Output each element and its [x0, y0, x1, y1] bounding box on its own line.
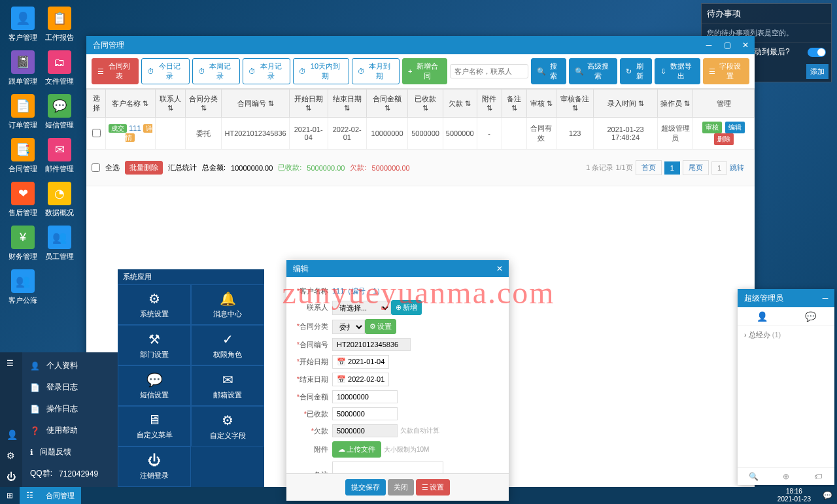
type-select[interactable]: 委托 — [332, 320, 365, 334]
type-settings-button[interactable]: ⚙设置 — [365, 319, 396, 334]
search-icon[interactable]: 🔍 — [738, 468, 770, 485]
amount-input[interactable] — [332, 390, 398, 403]
tag-icon[interactable]: 🏷 — [802, 468, 834, 485]
search-input[interactable] — [450, 64, 528, 78]
modal-settings-button[interactable]: ☰ 设置 — [416, 479, 450, 496]
refresh-button[interactable]: ↻ 刷新 — [620, 58, 652, 84]
desktop-icon-数据概况[interactable]: ◔数据概况 — [43, 182, 76, 218]
start-button[interactable]: ⊞ — [0, 487, 20, 504]
maximize-button[interactable]: ▢ — [718, 36, 736, 54]
tab-chat-icon[interactable]: 💬 — [786, 307, 834, 326]
close-button[interactable]: ✕ — [736, 36, 755, 54]
taskbar-app[interactable]: 合同管理 — [39, 487, 81, 504]
page-1[interactable]: 1 — [664, 161, 680, 175]
dept-item[interactable]: › 总经办 (1) — [738, 326, 834, 344]
tile-自定义菜单[interactable]: 🖥自定义菜单 — [118, 406, 191, 446]
col-header[interactable]: 操作员 ⇅ — [658, 90, 693, 118]
customer-value[interactable]: 111（编号：1） — [332, 286, 384, 296]
page-jump[interactable]: 跳转 — [730, 163, 744, 173]
tab-ten-days[interactable]: ⏱ 10天内到期 — [293, 58, 349, 84]
tab-contract-list[interactable]: ☰ 合同列表 — [92, 58, 139, 84]
taskbar-icon[interactable]: ☷ — [20, 487, 39, 504]
start-date-input[interactable]: 2021-01-04 — [348, 358, 384, 365]
desktop-icon-邮件管理[interactable]: ✉邮件管理 — [43, 138, 76, 174]
contract-no-input[interactable] — [332, 338, 411, 351]
col-header[interactable]: 管理 — [693, 90, 755, 118]
startmenu-item[interactable]: 👤个人资料 — [22, 355, 118, 377]
modal-close-icon[interactable]: ✕ — [490, 260, 509, 278]
paid-input[interactable] — [332, 407, 398, 420]
tab-today[interactable]: ⏱ 今日记录 — [141, 58, 189, 84]
tab-month-expire[interactable]: ⏱ 本月到期 — [352, 58, 400, 84]
tile-部门设置[interactable]: ⚒部门设置 — [118, 325, 191, 365]
col-header[interactable]: 选择 — [87, 90, 106, 118]
tab-users-icon[interactable]: 👤 — [738, 307, 786, 326]
contact-select[interactable]: 请选择... — [332, 301, 391, 315]
tile-自定义字段[interactable]: ⚙自定义字段 — [191, 406, 264, 446]
menu-icon[interactable]: ☰ — [0, 352, 22, 375]
tab-week[interactable]: ⏱ 本周记录 — [192, 58, 240, 84]
col-header[interactable]: 欠款 ⇅ — [443, 90, 477, 118]
desktop-icon-客户公海[interactable]: 👥客户公海 — [7, 269, 39, 305]
edit-button[interactable]: 编辑 — [725, 122, 745, 133]
tile-权限角色[interactable]: ✓权限角色 — [191, 325, 264, 365]
add-contract-button[interactable]: + 新增合同 — [402, 58, 447, 84]
notification-icon[interactable]: 💬 — [817, 487, 837, 504]
desktop-icon-财务管理[interactable]: ¥财务管理 — [7, 226, 39, 261]
desktop-icon-文件管理[interactable]: 🗂文件管理 — [43, 50, 76, 86]
user-icon[interactable]: 👤 — [0, 424, 22, 445]
col-header[interactable]: 审核 ⇅ — [526, 90, 556, 118]
audit-button[interactable]: 审核 — [702, 122, 722, 133]
tab-month[interactable]: ⏱ 本月记录 — [243, 58, 290, 84]
field-settings-button[interactable]: ☰ 字段设置 — [703, 58, 749, 84]
tile-注销登录[interactable]: ⏻注销登录 — [118, 446, 191, 487]
export-button[interactable]: ⇩ 数据导出 — [655, 58, 700, 84]
todo-add-button[interactable]: 添加 — [806, 64, 828, 79]
select-all-checkbox[interactable] — [92, 163, 100, 172]
startmenu-item[interactable]: 📄操作日志 — [22, 398, 118, 420]
desktop-icon-员工管理[interactable]: 👥员工管理 — [43, 226, 76, 261]
startmenu-item[interactable]: 📄登录日志 — [22, 377, 118, 398]
col-header[interactable]: 合同分类 ⇅ — [186, 90, 222, 118]
desktop-icon-订单管理[interactable]: 📄订单管理 — [7, 94, 39, 130]
submit-button[interactable]: 提交保存 — [345, 479, 386, 496]
col-header[interactable]: 联系人 ⇅ — [155, 90, 186, 118]
desktop-icon-跟单管理[interactable]: 📓跟单管理 — [7, 50, 39, 86]
batch-delete-button[interactable]: 批量删除 — [125, 161, 163, 175]
col-header[interactable]: 客户名称 ⇅ — [106, 90, 156, 118]
desktop-icon-客户管理[interactable]: 👤客户管理 — [7, 7, 39, 42]
plus-icon[interactable]: ⊕ — [770, 468, 802, 485]
gear-icon[interactable]: ⚙ — [0, 445, 22, 466]
minimize-button[interactable]: ─ — [700, 36, 718, 54]
col-header[interactable]: 合同金额 ⇅ — [366, 90, 407, 118]
add-contact-button[interactable]: ⊕新增 — [391, 300, 422, 315]
modal-close-button[interactable]: 关闭 — [388, 479, 414, 496]
todo-toggle[interactable] — [808, 48, 826, 57]
col-header[interactable]: 已收款 ⇅ — [408, 90, 443, 118]
col-header[interactable]: 备注 ⇅ — [502, 90, 526, 118]
desktop-icon-工作报告[interactable]: 📋工作报告 — [43, 7, 76, 42]
startmenu-item[interactable]: ℹ问题反馈 — [22, 441, 118, 463]
startmenu-item[interactable]: ❓使用帮助 — [22, 420, 118, 441]
customer-link[interactable]: 111 — [129, 124, 141, 132]
row-checkbox[interactable] — [92, 129, 101, 137]
page-first[interactable]: 首页 — [636, 160, 662, 175]
col-header[interactable]: 开始日期 ⇅ — [289, 90, 328, 118]
col-header[interactable]: 录入时间 ⇅ — [594, 90, 658, 118]
col-header[interactable]: 结束日期 ⇅ — [328, 90, 366, 118]
page-last[interactable]: 尾页 — [683, 160, 709, 175]
adv-search-button[interactable]: 🔍 高级搜索 — [569, 58, 618, 84]
tile-短信设置[interactable]: 💬短信设置 — [118, 365, 191, 406]
desktop-icon-合同管理[interactable]: 📑合同管理 — [7, 138, 39, 174]
remark-input[interactable] — [332, 462, 443, 473]
upload-button[interactable]: ☁ 上传文件 — [332, 441, 381, 458]
desktop-icon-售后管理[interactable]: ❤售后管理 — [7, 182, 39, 218]
col-header[interactable]: 合同编号 ⇅ — [222, 90, 289, 118]
admin-minimize[interactable]: ─ — [816, 289, 834, 307]
col-header[interactable]: 附件 ⇅ — [477, 90, 502, 118]
tile-系统设置[interactable]: ⚙系统设置 — [118, 284, 191, 325]
col-header[interactable]: 审核备注 ⇅ — [556, 90, 594, 118]
delete-button[interactable]: 删除 — [714, 133, 734, 145]
end-date-input[interactable]: 2022-02-01 — [348, 375, 384, 383]
desktop-icon-短信管理[interactable]: 💬短信管理 — [43, 94, 76, 130]
